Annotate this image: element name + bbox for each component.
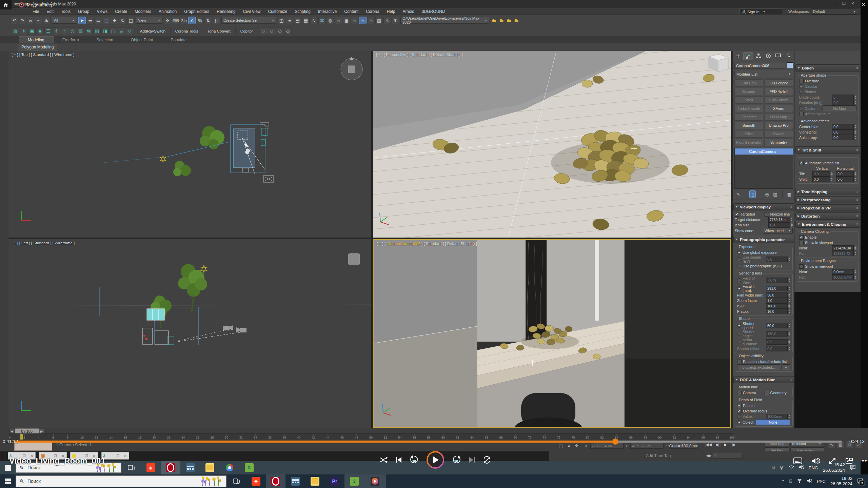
subtitles-icon[interactable] <box>793 458 802 464</box>
object-pick-button[interactable]: None <box>756 419 790 425</box>
cast-icon[interactable]: ⌻ <box>789 479 792 484</box>
reference-coordinate-dropdown[interactable]: View▼ <box>136 17 162 24</box>
rollout-header[interactable]: ▶Tone Mapping∷ <box>795 188 860 195</box>
play-button[interactable] <box>427 451 444 469</box>
select-and-rotate-icon[interactable]: ↻ <box>119 17 126 24</box>
player-home-button[interactable] <box>0 0 12 9</box>
viewport-left[interactable]: [ + ] [ Left ] [ Standard ] [ Wireframe … <box>8 239 371 428</box>
spinner-arrows[interactable] <box>791 223 793 227</box>
language-indicator[interactable]: РУС <box>817 479 826 484</box>
pattern-tool-icon[interactable]: ◇ <box>284 27 292 35</box>
max-restore-button[interactable]: ❐ <box>840 1 848 6</box>
show-end-result-icon[interactable]: ▯ <box>749 190 755 198</box>
dropdown[interactable]: When...cted▼ <box>763 228 793 233</box>
spinner-value[interactable]: 1,0 <box>766 298 788 303</box>
pin-stack-icon[interactable]: ✎ <box>735 191 741 198</box>
checkbox[interactable] <box>799 79 804 83</box>
checkbox[interactable]: ✔ <box>735 212 739 217</box>
spinner-arrows[interactable] <box>788 415 790 418</box>
modifier-button-turbosmooth[interactable]: TurboSmooth <box>734 105 763 112</box>
spinner-arrows[interactable] <box>854 276 856 279</box>
state-sets-icon[interactable]: ▩ <box>375 17 383 24</box>
radio-button[interactable] <box>737 278 741 282</box>
command-tab-hierarchy[interactable] <box>754 52 763 60</box>
spinner-arrows[interactable] <box>788 293 790 297</box>
rollout-header[interactable]: ▶Distortion∷ <box>795 212 860 220</box>
bracket-tool-icon[interactable]: ◇ <box>276 27 283 35</box>
modifier-button-symmetry[interactable]: Symmetry <box>764 139 793 146</box>
corona-vfb-icon[interactable]: ▼ <box>392 17 399 24</box>
rewind-10-icon[interactable]: 10 <box>410 455 419 464</box>
plugin-button-corona-tools[interactable]: Corona Tools <box>172 28 202 35</box>
menu-help[interactable]: Help <box>383 9 399 14</box>
object-color-swatch[interactable] <box>787 62 793 69</box>
map-button[interactable]: No Map <box>823 105 856 111</box>
corona-tree-icon[interactable]: ↟ <box>53 27 60 35</box>
checkbox[interactable]: ✔ <box>799 235 804 240</box>
modifier-button-ffd-2x2x2[interactable]: FFD 2x2x2 <box>764 79 793 87</box>
remove-modifier-icon[interactable]: ▥ <box>772 191 778 198</box>
select-object-icon[interactable]: ➤ <box>78 17 86 24</box>
corona-window-icon[interactable]: ▢ <box>110 27 117 35</box>
notification-center[interactable]: 3 <box>857 478 863 485</box>
light-star[interactable]: ✶ <box>159 154 167 165</box>
spinner-arrows[interactable] <box>788 287 790 290</box>
viewport-left-label[interactable]: [ + ] [ Left ] [ Standard ] [ Wireframe … <box>12 241 75 245</box>
spinner-arrows[interactable] <box>831 172 833 176</box>
save-link-icon[interactable]: 🖿︎ <box>506 17 512 24</box>
checkbox[interactable]: ✔ <box>737 404 742 408</box>
spinner-value[interactable]: 50,0 <box>766 323 788 328</box>
command-tab-motion[interactable] <box>764 52 773 60</box>
spinner-arrows[interactable] <box>854 125 856 128</box>
ribbon-panel-polygon-modeling[interactable]: Polygon Modeling <box>18 44 57 50</box>
frame-spinner-arrows[interactable]: ◀▶ <box>706 453 712 458</box>
rollout-header[interactable]: ▼Bokeh∷ <box>795 64 860 72</box>
make-unique-icon[interactable]: ◎ <box>764 191 770 198</box>
rollout-header[interactable]: ▼DOF & Motion Blur∷ <box>733 376 794 383</box>
snap-toggle-25-icon[interactable]: 2.5 <box>180 17 188 24</box>
next-track-icon[interactable] <box>469 456 475 463</box>
menu-customize[interactable]: Customize <box>264 9 291 14</box>
viewcube[interactable] <box>709 54 728 72</box>
spinner-value[interactable]: 0,0 <box>766 346 788 351</box>
close-icon[interactable]: ✕ <box>124 454 127 458</box>
radio-button[interactable] <box>799 106 803 110</box>
radio-button[interactable] <box>737 420 741 424</box>
radio-button[interactable] <box>737 257 741 261</box>
taskbar-app-premiere[interactable]: Pr <box>325 474 344 488</box>
corona-scatter-icon[interactable]: ☺︎ <box>126 27 133 35</box>
checkbox[interactable] <box>737 360 742 364</box>
modifier-button-unwrap-pro[interactable]: Unwrap Pro <box>764 122 793 129</box>
rendered-frame-icon[interactable]: ▣ <box>343 17 350 24</box>
spinner-arrows[interactable] <box>854 96 856 99</box>
ribbon-tab-object-paint[interactable]: Object Paint <box>122 37 162 43</box>
viewport-perspective[interactable]: [ + ] [ Perspective ] [ Standard ] [ Def… <box>373 51 731 238</box>
modifier-button-chamfer[interactable]: Chamfer <box>734 113 763 121</box>
player-close-button[interactable]: ✕ <box>862 2 865 7</box>
spinner-arrows[interactable] <box>854 252 856 255</box>
taskbar-app-explorer[interactable] <box>200 461 220 474</box>
render-production-icon[interactable]: ☕︎ <box>351 17 358 24</box>
percent-snap-icon[interactable]: % <box>196 17 204 24</box>
menu-arnold[interactable]: Arnold <box>399 9 418 14</box>
corona-light-icon[interactable]: ◍ <box>12 27 19 35</box>
spinner-value[interactable]: 0,0 <box>766 257 788 262</box>
plugin-button-copitor[interactable]: Copitor <box>237 28 256 35</box>
corona-teapot-icon[interactable]: ☕︎ <box>118 27 125 35</box>
spinner-value[interactable]: 0,0 <box>836 177 854 182</box>
configure-modifier-sets-icon[interactable]: ▦ <box>787 191 792 198</box>
modifier-button-slice[interactable]: Slice <box>734 130 763 138</box>
checkbox[interactable] <box>737 391 742 395</box>
taskbar-app-task-view[interactable] <box>121 461 141 474</box>
corona-film-icon[interactable]: ▥ <box>93 27 101 35</box>
rect-selection-region-icon[interactable]: ▭ <box>95 17 102 24</box>
corona-sun-icon[interactable]: ☀︎ <box>20 27 27 35</box>
menu-tools[interactable]: Tools <box>57 9 74 14</box>
checkbox[interactable]: ✔ <box>799 161 804 165</box>
spinner-arrows[interactable] <box>854 101 856 104</box>
forward-30-icon[interactable]: 30 <box>452 455 461 464</box>
corona-interactive-icon[interactable]: ☕︎ <box>359 17 367 24</box>
checkbox[interactable] <box>799 264 804 269</box>
plugin-button-addrayswitch[interactable]: AddRaySwitch <box>137 28 169 35</box>
frame-spinner[interactable]: 0 <box>713 453 743 459</box>
